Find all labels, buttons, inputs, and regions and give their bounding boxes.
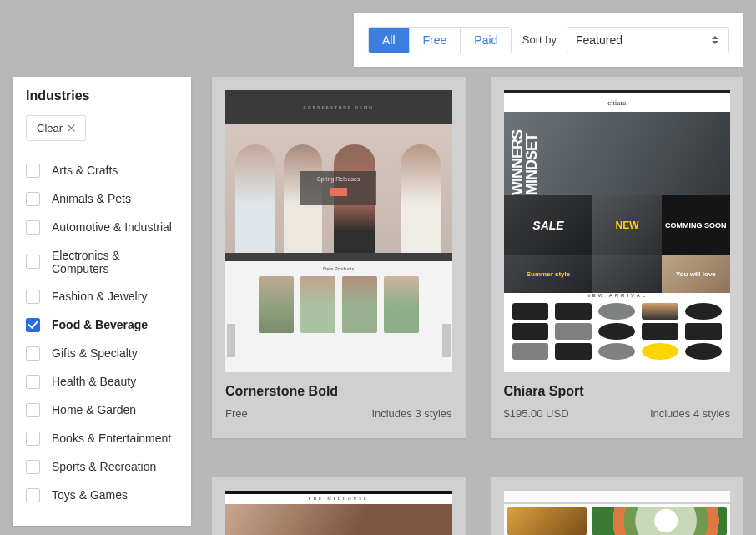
checkbox[interactable] xyxy=(26,318,40,332)
industry-label: Books & Entertainment xyxy=(52,432,171,445)
checkbox[interactable] xyxy=(26,346,40,361)
price-filter-segmented: All Free Paid xyxy=(368,27,512,53)
theme-name: Cornerstone Bold xyxy=(225,384,452,399)
industry-item[interactable]: Home & Garden xyxy=(26,396,178,424)
industry-label: Electronics & Computers xyxy=(52,249,178,275)
checkbox[interactable] xyxy=(26,192,40,206)
theme-price: Free xyxy=(225,407,248,420)
checkbox[interactable] xyxy=(26,290,40,304)
industry-label: Sports & Recreation xyxy=(52,460,156,473)
theme-thumbnail: THE MILHOUSE xyxy=(225,491,452,535)
industry-label: Automotive & Industrial xyxy=(52,220,172,234)
industry-label: Home & Garden xyxy=(52,403,136,416)
sidebar-title: Industries xyxy=(26,88,178,103)
theme-thumbnail: chiara WINNERS MINDSET SALE NEW COMMING … xyxy=(504,90,731,372)
clear-label: Clear xyxy=(37,122,63,134)
theme-styles: Includes 4 styles xyxy=(650,407,730,420)
theme-styles: Includes 3 styles xyxy=(371,407,451,420)
theme-thumbnail xyxy=(504,491,731,535)
industry-item[interactable]: Electronics & Computers xyxy=(26,241,178,282)
checkbox[interactable] xyxy=(26,432,40,446)
industry-label: Toys & Games xyxy=(52,488,128,502)
industry-item[interactable]: Food & Beverage xyxy=(26,310,178,339)
checkbox[interactable] xyxy=(26,488,40,502)
theme-thumbnail: CORNERSTONE DEMO Spring Releases New Pro… xyxy=(225,90,452,372)
checkbox[interactable] xyxy=(26,220,40,235)
industry-item[interactable]: Health & Beauty xyxy=(26,367,178,396)
checkbox[interactable] xyxy=(26,403,40,417)
theme-price: $195.00 USD xyxy=(504,407,569,420)
theme-name: Chiara Sport xyxy=(504,384,731,399)
industry-item[interactable]: Books & Entertainment xyxy=(26,424,178,452)
industry-label: Food & Beverage xyxy=(52,318,148,331)
filter-bar: All Free Paid Sort by Featured xyxy=(354,13,743,67)
theme-card-peek[interactable]: THE MILHOUSE xyxy=(212,477,466,535)
checkbox[interactable] xyxy=(26,255,40,269)
close-icon xyxy=(68,124,75,132)
preview-nav: CORNERSTONE DEMO xyxy=(225,90,452,124)
industry-item[interactable]: Toys & Games xyxy=(26,481,178,509)
theme-card-peek[interactable] xyxy=(491,477,744,535)
theme-card-cornerstone-bold[interactable]: CORNERSTONE DEMO Spring Releases New Pro… xyxy=(212,77,466,438)
industry-item[interactable]: Automotive & Industrial xyxy=(26,213,178,241)
industry-label: Health & Beauty xyxy=(52,375,136,388)
sort-select[interactable]: Featured xyxy=(567,27,729,53)
industry-item[interactable]: Animals & Pets xyxy=(26,184,178,213)
industry-item[interactable]: Sports & Recreation xyxy=(26,452,178,481)
sort-caret-icon xyxy=(710,36,720,44)
sort-label: Sort by xyxy=(522,33,557,46)
industry-label: Gifts & Specialty xyxy=(52,346,138,360)
checkbox[interactable] xyxy=(26,460,40,474)
sort-value: Featured xyxy=(576,33,710,47)
industry-list: Arts & CraftsAnimals & PetsAutomotive & … xyxy=(26,156,178,509)
filter-all[interactable]: All xyxy=(369,28,410,53)
industry-label: Fashion & Jewelry xyxy=(52,290,147,303)
theme-card-chiara-sport[interactable]: chiara WINNERS MINDSET SALE NEW COMMING … xyxy=(491,77,744,438)
industry-label: Arts & Crafts xyxy=(52,164,118,177)
theme-grid-next-row: THE MILHOUSE xyxy=(212,477,743,535)
theme-grid: CORNERSTONE DEMO Spring Releases New Pro… xyxy=(212,77,743,438)
industry-item[interactable]: Gifts & Specialty xyxy=(26,339,178,367)
checkbox[interactable] xyxy=(26,375,40,389)
filter-free[interactable]: Free xyxy=(410,28,461,53)
industry-item[interactable]: Arts & Crafts xyxy=(26,156,178,184)
industry-item[interactable]: Fashion & Jewelry xyxy=(26,282,178,310)
checkbox[interactable] xyxy=(26,164,40,178)
industries-sidebar: Industries Clear Arts & CraftsAnimals & … xyxy=(13,77,191,526)
clear-filters-button[interactable]: Clear xyxy=(26,115,86,141)
industry-label: Animals & Pets xyxy=(52,192,131,205)
filter-paid[interactable]: Paid xyxy=(461,28,511,53)
